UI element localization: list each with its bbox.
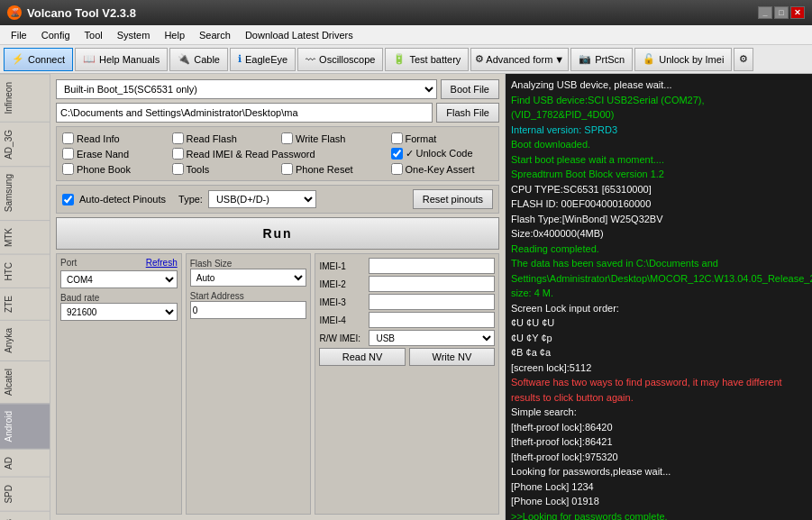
unlock-code-check[interactable]: [391, 148, 403, 160]
checkbox-read-flash[interactable]: Read Flash: [172, 132, 275, 144]
imei1-label: IMEI-1: [319, 261, 369, 271]
start-addr-input[interactable]: [190, 301, 307, 319]
port-dropdown[interactable]: COM4: [60, 270, 178, 288]
reset-pinouts-btn[interactable]: Reset pinouts: [413, 189, 493, 209]
flash-size-dropdown[interactable]: Auto: [190, 269, 307, 287]
prtscn-btn[interactable]: 📷 PrtScn: [570, 48, 633, 71]
refresh-label[interactable]: Refresh: [146, 258, 178, 268]
test-battery-btn[interactable]: 🔋 Test battery: [385, 48, 469, 71]
oscilloscope-icon: 〰: [306, 54, 315, 65]
write-flash-check[interactable]: [281, 132, 293, 144]
sidebar-tab-htc[interactable]: HTC: [0, 254, 50, 288]
log-line: [Phone Lock] 1234: [511, 479, 807, 495]
close-btn[interactable]: ✕: [790, 6, 805, 19]
nv-section: IMEI-1 IMEI-2 IMEI-3 IMEI-4 R/W IMEI:: [315, 253, 499, 515]
sidebar-tab-spd[interactable]: SPD: [0, 477, 50, 511]
boot-file-dropdown[interactable]: Built-in Boot_15(SC6531 only): [56, 79, 437, 99]
imei2-label: IMEI-2: [319, 279, 369, 289]
baud-rate-dropdown[interactable]: 921600: [60, 303, 178, 321]
help-manuals-btn[interactable]: 📖 Help Manuals: [75, 48, 168, 71]
log-line: Find USB device:SCI USB2Serial (COM27), …: [511, 93, 807, 123]
log-panel: Analyzing USB device, please wait...Find…: [506, 74, 812, 520]
sidebar-tab-ad3g[interactable]: AD_3G: [0, 122, 50, 167]
oscilloscope-btn[interactable]: 〰 Oscilloscope: [297, 48, 383, 71]
eagleeye-btn[interactable]: ℹ EagleEye: [230, 48, 296, 71]
port-header-row: Port Refresh: [60, 258, 178, 268]
checkbox-write-flash[interactable]: Write Flash: [281, 132, 384, 144]
erase-nand-check[interactable]: [62, 148, 74, 160]
cable-icon: 🔌: [178, 53, 190, 65]
read-flash-check[interactable]: [172, 132, 184, 144]
menu-file[interactable]: File: [4, 28, 34, 42]
log-line: ¢B ¢a ¢a: [511, 345, 807, 360]
flash-file-path[interactable]: [56, 103, 433, 123]
advanced-form-btn[interactable]: ⚙ Advanced form ▼: [470, 48, 569, 71]
boot-file-btn[interactable]: Boot File: [441, 79, 499, 99]
menu-download[interactable]: Download Latest Drivers: [238, 28, 360, 42]
sidebar-tab-android[interactable]: Android: [0, 403, 50, 449]
baud-rate-label: Baud rate: [60, 293, 99, 303]
checkbox-read-info[interactable]: Read Info: [62, 132, 165, 144]
checkbox-phone-reset[interactable]: Phone Reset: [281, 163, 384, 175]
checkbox-one-key[interactable]: One-Key Assert: [391, 163, 494, 175]
sidebar-tab-anyka[interactable]: Anyka: [0, 320, 50, 360]
run-btn[interactable]: Run: [56, 217, 499, 250]
checkbox-unlock-code[interactable]: ✓ Unlock Code: [391, 148, 494, 160]
menu-config[interactable]: Config: [34, 28, 78, 42]
sidebar-tab-phillips[interactable]: Phillips: [0, 511, 50, 520]
checkbox-tools[interactable]: Tools: [172, 163, 275, 175]
sidebar-tab-mtk[interactable]: MTK: [0, 220, 50, 254]
log-line: Spreadtrum Boot Block version 1.2: [511, 167, 807, 182]
read-imei-check[interactable]: [172, 148, 184, 160]
phone-book-check[interactable]: [62, 163, 74, 175]
auto-detect-check[interactable]: [62, 194, 74, 205]
sidebar-tab-alcatel[interactable]: Alcatel: [0, 360, 50, 403]
read-nv-btn[interactable]: Read NV: [319, 348, 405, 366]
imei1-input[interactable]: [369, 258, 495, 274]
prtscn-icon: 📷: [579, 53, 591, 65]
checkbox-phone-book[interactable]: Phone Book: [62, 163, 165, 175]
title-bar: 🌋 Volcano Tool V2.3.8 _ □ ✕: [0, 0, 812, 25]
menu-search[interactable]: Search: [192, 28, 238, 42]
read-info-check[interactable]: [62, 132, 74, 144]
settings-btn[interactable]: ⚙: [734, 48, 753, 71]
cable-btn[interactable]: 🔌 Cable: [169, 48, 228, 71]
imei3-input[interactable]: [369, 294, 495, 310]
port-section: Port Refresh COM4 Baud rate 921600: [56, 253, 182, 515]
eagleeye-icon: ℹ: [238, 53, 242, 65]
menu-tool[interactable]: Tool: [78, 28, 110, 42]
imei2-input[interactable]: [369, 276, 495, 292]
type-dropdown[interactable]: USB(D+/D-): [208, 190, 316, 208]
flash-section: Flash Size Auto Start Address: [186, 253, 312, 515]
format-check[interactable]: [391, 132, 403, 144]
sidebar-tab-samsung[interactable]: Samsung: [0, 166, 50, 219]
sidebar-tab-zte[interactable]: ZTE: [0, 287, 50, 320]
unlock-by-imei-btn[interactable]: 🔓 Unlock by Imei: [634, 48, 732, 71]
checkbox-erase-nand[interactable]: Erase Nand: [62, 148, 165, 160]
imei4-input[interactable]: [369, 312, 495, 328]
imei4-field: IMEI-4: [319, 312, 495, 328]
sidebar-tab-ad[interactable]: AD: [0, 449, 50, 477]
one-key-check[interactable]: [391, 163, 403, 175]
minimize-btn[interactable]: _: [758, 6, 772, 19]
sidebar-tab-infineon[interactable]: Infineon: [0, 74, 50, 122]
write-nv-btn[interactable]: Write NV: [409, 348, 495, 366]
connect-btn[interactable]: ⚡ Connect: [4, 48, 73, 71]
imei2-field: IMEI-2: [319, 276, 495, 292]
checkbox-format[interactable]: Format: [391, 132, 494, 144]
phone-reset-check[interactable]: [281, 163, 293, 175]
flash-file-btn[interactable]: Flash File: [436, 103, 499, 123]
menu-system[interactable]: System: [110, 28, 158, 42]
checkbox-read-imei[interactable]: Read IMEI & Read Password: [172, 148, 384, 160]
flash-file-row: Flash File: [56, 103, 499, 123]
tools-check[interactable]: [172, 163, 184, 175]
left-sidebar: Infineon AD_3G Samsung MTK HTC ZTE Anyka…: [0, 74, 50, 520]
main-content: Infineon AD_3G Samsung MTK HTC ZTE Anyka…: [0, 74, 812, 520]
menu-help[interactable]: Help: [157, 28, 192, 42]
log-line: ¢U ¢U ¢U: [511, 315, 807, 331]
log-line: >>Looking for passwords complete.: [511, 509, 807, 521]
unlock-icon: 🔓: [643, 53, 655, 65]
maximize-btn[interactable]: □: [774, 6, 789, 19]
rw-imei-dropdown[interactable]: USB: [369, 330, 495, 346]
gear-icon: ⚙: [475, 53, 484, 65]
